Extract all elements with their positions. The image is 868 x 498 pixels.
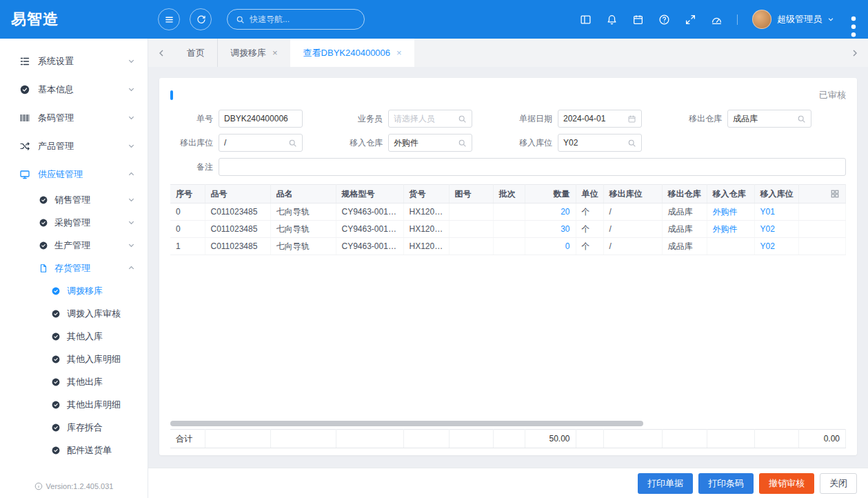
cell-qty[interactable]: 20 — [525, 203, 576, 221]
column-header-itemNo[interactable]: 品号 — [205, 185, 270, 203]
tabs-scroll-right-icon[interactable] — [842, 39, 868, 67]
sidebar-item[interactable]: 调拨移库 — [0, 279, 148, 302]
horizontal-scrollbar[interactable] — [170, 421, 846, 426]
search-icon[interactable] — [797, 114, 806, 123]
column-header-itemName[interactable]: 品名 — [270, 185, 336, 203]
sidebar-item[interactable]: 调拨入库审核 — [0, 302, 148, 325]
column-header-batch[interactable]: 批次 — [493, 185, 525, 203]
calendar-icon[interactable] — [627, 114, 636, 123]
layout-panel-icon[interactable] — [580, 14, 592, 26]
summary-spec — [336, 430, 403, 448]
bell-icon[interactable] — [606, 14, 618, 26]
column-header-label: 图号 — [455, 189, 472, 199]
cell-drawingNo — [449, 221, 493, 238]
field-input[interactable]: 外购件 — [388, 134, 472, 152]
column-header-qty[interactable]: 数量 — [525, 185, 576, 203]
sidebar-item[interactable]: 销售管理 — [0, 188, 148, 211]
user-menu[interactable]: 超级管理员 — [752, 10, 834, 29]
search-icon[interactable] — [458, 114, 467, 123]
field-input[interactable]: Y02 — [558, 134, 642, 152]
cell-inLoc[interactable]: Y02 — [754, 221, 798, 238]
sidebar-item[interactable]: 其他入库明细 — [0, 348, 148, 370]
calendar-icon[interactable] — [632, 14, 644, 26]
tab-close-icon[interactable]: × — [272, 48, 278, 57]
column-header-inWh[interactable]: 移入仓库 — [707, 185, 754, 203]
cell-qty[interactable]: 30 — [525, 221, 576, 238]
column-header-drawingNo[interactable]: 图号 — [449, 185, 493, 203]
items-table: 序号品号品名规格型号货号图号批次数量单位移出库位移出仓库移入仓库移入库位0C01… — [170, 184, 846, 255]
field-input[interactable]: / — [219, 134, 303, 152]
chevron-down-icon — [128, 196, 135, 203]
column-header-unit[interactable]: 单位 — [576, 185, 603, 203]
summary-itemNo — [205, 430, 270, 448]
sidebar-item[interactable]: 条码管理 — [0, 103, 148, 132]
cell-seq: 1 — [170, 238, 205, 255]
field-input[interactable]: DBYK240400006 — [219, 110, 303, 128]
sidebar-item[interactable]: 采购管理 — [0, 211, 148, 234]
sidebar-item-label: 销售管理 — [54, 194, 90, 206]
cell-inWh[interactable]: 外购件 — [707, 221, 754, 238]
column-header-filler[interactable] — [798, 185, 846, 203]
field-input[interactable] — [219, 158, 846, 176]
sidebar-item[interactable]: 其他入库 — [0, 325, 148, 348]
action-button[interactable]: 撤销审核 — [759, 473, 814, 494]
table-row[interactable]: 0C011023485七向导轨CY9463-001,Ge...HX1206...… — [170, 221, 846, 238]
field-input[interactable]: 2024-04-01 — [558, 110, 642, 128]
search-icon[interactable] — [458, 139, 467, 148]
tab[interactable]: 首页 — [174, 39, 217, 67]
column-header-outWh[interactable]: 移出仓库 — [662, 185, 707, 203]
cell-inLoc[interactable]: Y01 — [754, 203, 798, 221]
sidebar-item[interactable]: 其他出库明细 — [0, 393, 148, 416]
user-avatar[interactable] — [752, 10, 771, 29]
tab-label: 首页 — [187, 47, 205, 59]
quick-search-input[interactable] — [250, 14, 356, 24]
sidebar-item[interactable]: 产品管理 — [0, 132, 148, 160]
sidebar-item-label: 系统设置 — [38, 55, 74, 68]
column-settings-icon[interactable] — [830, 189, 840, 199]
sidebar-item[interactable]: 其他出库 — [0, 370, 148, 393]
refresh-icon — [196, 14, 206, 25]
refresh-button[interactable] — [190, 8, 212, 30]
fullscreen-icon[interactable] — [685, 14, 696, 26]
cell-cargoNo: HX1206... — [403, 203, 449, 221]
sidebar-item[interactable]: 系统设置 — [0, 47, 148, 75]
action-button[interactable]: 打印条码 — [698, 473, 754, 494]
search-icon[interactable] — [288, 139, 297, 148]
action-button[interactable]: 打印单据 — [638, 473, 693, 494]
file-icon — [39, 263, 48, 273]
help-icon[interactable] — [658, 14, 670, 26]
tab[interactable]: 调拨移库 × — [217, 39, 290, 67]
tabs: 首页 调拨移库 × 查看DBYK240400006 × — [174, 39, 414, 67]
title-marker — [170, 90, 173, 100]
kebab-menu-icon[interactable] — [849, 14, 858, 25]
search-icon[interactable] — [627, 139, 636, 148]
field-input[interactable]: 成品库 — [727, 110, 811, 128]
cell-qty[interactable]: 0 — [525, 238, 576, 255]
column-header-cargoNo[interactable]: 货号 — [403, 185, 449, 203]
sidebar-item[interactable]: 存货管理 — [0, 257, 148, 279]
sidebar-item[interactable]: 库存拆合 — [0, 416, 148, 439]
scrollbar-thumb[interactable] — [170, 421, 643, 426]
sidebar-item[interactable]: 基本信息 — [0, 75, 148, 103]
dashboard-icon[interactable] — [711, 14, 723, 26]
column-header-spec[interactable]: 规格型号 — [336, 185, 403, 203]
tabs-scroll-left-icon[interactable] — [148, 39, 174, 67]
tab-close-icon[interactable]: × — [396, 48, 402, 57]
column-header-label: 移出库位 — [609, 189, 643, 199]
action-button[interactable]: 关闭 — [820, 473, 857, 494]
menu-toggle-button[interactable] — [158, 8, 180, 30]
column-header-inLoc[interactable]: 移入库位 — [754, 185, 798, 203]
sidebar-item[interactable]: 供应链管理 — [0, 160, 148, 188]
cell-inLoc[interactable]: Y02 — [754, 238, 798, 255]
sidebar-item[interactable]: 生产管理 — [0, 234, 148, 257]
form-field: 移入库位 Y02 — [509, 134, 676, 152]
table-row[interactable]: 1C011023485七向导轨CY9463-001,Ge...HX1206...… — [170, 238, 846, 255]
cell-unit: 个 — [576, 238, 603, 255]
column-header-outLoc[interactable]: 移出库位 — [603, 185, 662, 203]
table-row[interactable]: 0C011023485七向导轨CY9463-001,Ge...HX1206...… — [170, 203, 846, 221]
field-input[interactable]: 请选择人员 — [388, 110, 472, 128]
column-header-seq[interactable]: 序号 — [170, 185, 205, 203]
sidebar-item[interactable]: 配件送货单 — [0, 439, 148, 461]
cell-inWh[interactable]: 外购件 — [707, 203, 754, 221]
tab[interactable]: 查看DBYK240400006 × — [290, 39, 414, 67]
